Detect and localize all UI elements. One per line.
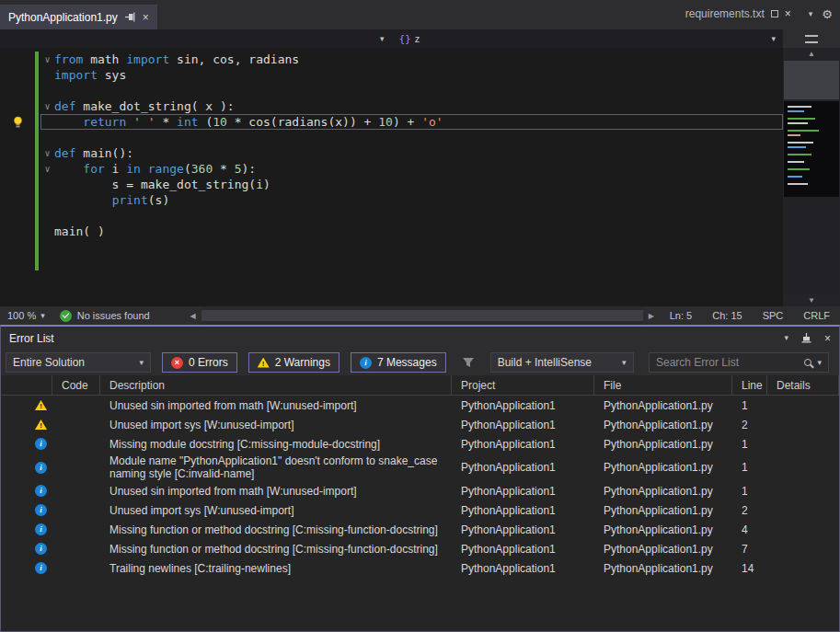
code-minimap[interactable] — [784, 101, 839, 197]
project-scope-dropdown[interactable]: ▾ — [0, 29, 392, 48]
code-cell — [52, 424, 100, 426]
vertical-scrollbar-map[interactable]: ▲ ▼ — [783, 48, 840, 306]
window-position-dropdown-icon[interactable]: ▾ — [784, 334, 788, 342]
details-cell — [767, 466, 839, 468]
editor-split-handle[interactable] — [783, 29, 840, 48]
column-header-code[interactable]: Code — [52, 375, 100, 395]
tab-pythonapplication1[interactable]: PythonApplication1.py × — [0, 5, 157, 29]
lightbulb-quick-action-icon[interactable] — [0, 114, 35, 130]
chevron-down-icon: ▾ — [615, 359, 627, 367]
minimap-line — [788, 118, 815, 120]
horizontal-scrollbar-track[interactable] — [201, 306, 643, 325]
details-cell — [767, 548, 839, 550]
scroll-right-icon[interactable]: ▶ — [643, 306, 660, 325]
horizontal-scrollbar[interactable]: ◀ ▶ — [185, 306, 660, 325]
code-text — [54, 239, 783, 255]
collapse-chevron-icon[interactable]: ∨ — [40, 161, 54, 177]
tab-label: requirements.txt — [685, 7, 765, 20]
chevron-down-icon[interactable]: ▾ — [817, 359, 822, 367]
search-icon[interactable] — [804, 359, 811, 366]
zoom-dropdown[interactable]: 100 % ▾ — [0, 310, 52, 321]
code-text — [54, 83, 783, 98]
code-cell — [52, 466, 100, 468]
close-tab-icon[interactable]: × — [143, 12, 149, 23]
column-header-severity[interactable] — [1, 375, 52, 395]
document-options-gear-icon[interactable]: ⚙ — [822, 8, 833, 20]
tab-list-dropdown-icon[interactable]: ▾ — [809, 10, 813, 18]
code-text: from math import sin, cos, radians — [54, 52, 783, 67]
column-header-description[interactable]: Description — [100, 375, 452, 395]
code-editor[interactable]: ∨from math import sin, cos, radiansimpor… — [0, 48, 783, 306]
source-filter-dropdown[interactable]: Build + IntelliSense ▾ — [490, 352, 634, 373]
glyph-margin — [0, 83, 35, 98]
messages-filter-button[interactable]: i 7 Messages — [351, 352, 446, 373]
code-line: ∨ for i in range(360 * 5): — [0, 161, 783, 177]
error-circle-icon: × — [171, 357, 183, 369]
filter-button[interactable] — [457, 352, 479, 373]
code-text: return ' ' * int (10 * cos(radians(x)) +… — [54, 114, 783, 130]
line-cell: 14 — [732, 561, 767, 576]
scrollbar-track[interactable] — [784, 197, 839, 294]
code-line: main( ) — [0, 224, 783, 239]
scroll-down-icon[interactable]: ▼ — [783, 294, 840, 306]
change-tracking-bar — [35, 67, 39, 83]
code-text: import sys — [54, 67, 783, 83]
pin-tab-icon[interactable] — [124, 11, 136, 23]
horizontal-scrollbar-thumb[interactable] — [201, 310, 643, 321]
change-tracking-bar — [35, 255, 39, 270]
error-row[interactable]: iTrailing newlines [C:trailing-newlines]… — [1, 558, 839, 578]
keep-open-icon[interactable] — [771, 10, 778, 17]
description-cell: Unused import sys [W:unused-import] — [100, 503, 452, 518]
column-header-project[interactable]: Project — [452, 375, 594, 395]
tab-label: PythonApplication1.py — [8, 11, 118, 24]
code-text — [54, 208, 783, 224]
collapse-chevron-icon[interactable]: ∨ — [40, 98, 54, 114]
scope-glyph-icon: {} — [399, 33, 411, 45]
glyph-margin — [0, 192, 35, 208]
outline-gutter — [40, 67, 54, 83]
panel-title-icons: ▾ × — [784, 332, 831, 344]
map-viewport-indicator[interactable] — [784, 61, 839, 99]
outline-gutter — [40, 177, 54, 192]
code-cell — [52, 568, 100, 569]
tab-requirements[interactable]: requirements.txt × — [677, 2, 800, 26]
error-row[interactable]: iMissing function or method docstring [C… — [1, 539, 839, 558]
error-row[interactable]: iUnused sin imported from math [W:unused… — [1, 481, 839, 500]
collapse-chevron-icon[interactable]: ∨ — [40, 52, 54, 67]
scope-filter-dropdown[interactable]: Entire Solution ▾ — [6, 352, 151, 373]
collapse-chevron-icon[interactable]: ∨ — [40, 145, 54, 161]
column-header-details[interactable]: Details — [767, 375, 839, 395]
column-header-line[interactable]: Line — [732, 375, 767, 395]
error-row[interactable]: iUnused import sys [W:unused-import]Pyth… — [1, 500, 839, 520]
errors-filter-label: 0 Errors — [189, 356, 228, 369]
scroll-up-icon[interactable]: ▲ — [783, 48, 840, 60]
funnel-icon — [462, 357, 475, 368]
close-tab-icon[interactable]: × — [785, 8, 791, 19]
chevron-down-icon: ▾ — [771, 35, 776, 43]
error-row[interactable]: iMissing function or method docstring [C… — [1, 520, 839, 539]
close-panel-icon[interactable]: × — [824, 333, 831, 344]
code-line: ∨def make_dot_string( x ): — [0, 98, 783, 114]
error-list-title-bar[interactable]: Error List ▾ × — [1, 327, 839, 350]
file-cell: PythonApplication1.py — [594, 503, 732, 518]
outline-gutter — [40, 83, 54, 98]
error-row[interactable]: iMissing module docstring [C:missing-mod… — [1, 434, 839, 454]
project-cell: PythonApplication1 — [452, 398, 594, 413]
minimap-line — [788, 106, 811, 108]
errors-filter-button[interactable]: × 0 Errors — [162, 352, 237, 373]
info-circle-icon: i — [35, 438, 47, 450]
error-row[interactable]: !Unused import sys [W:unused-import]Pyth… — [1, 415, 839, 434]
scope-filter-label: Entire Solution — [13, 356, 85, 369]
column-indicator: Ch: 15 — [702, 310, 752, 321]
scroll-left-icon[interactable]: ◀ — [185, 306, 201, 325]
minimap-line — [788, 183, 808, 185]
error-row[interactable]: iModule name "PythonApplication1" doesn'… — [1, 454, 839, 481]
member-scope-dropdown[interactable]: {} z ▾ — [392, 29, 784, 48]
code-text: s = make_dot_string(i) — [54, 177, 783, 192]
column-header-file[interactable]: File — [594, 375, 732, 395]
warnings-filter-button[interactable]: ! 2 Warnings — [248, 352, 339, 373]
error-row[interactable]: !Unused sin imported from math [W:unused… — [1, 396, 839, 415]
pin-panel-icon[interactable] — [800, 332, 812, 344]
search-input[interactable] — [656, 356, 799, 369]
details-cell — [767, 405, 839, 407]
